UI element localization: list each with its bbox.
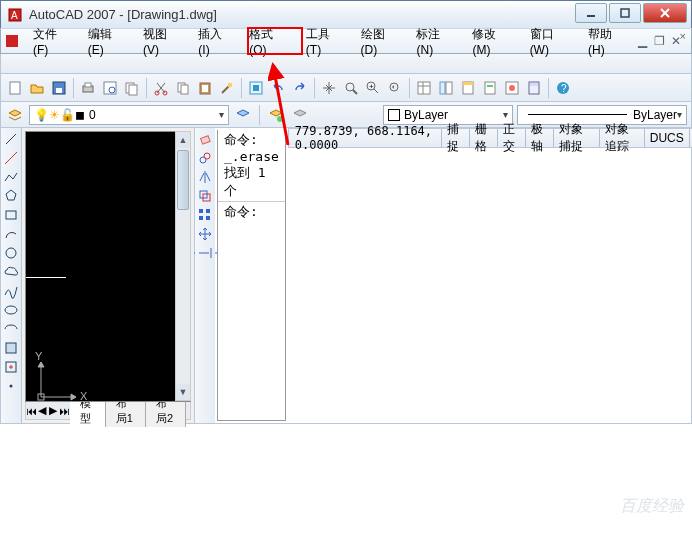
match-properties-button[interactable] [217, 78, 237, 98]
menu-tools[interactable]: 工具(T) [298, 23, 351, 60]
extend-tool[interactable] [197, 244, 213, 262]
pan-button[interactable] [319, 78, 339, 98]
menu-modify[interactable]: 修改(M) [464, 23, 519, 60]
svg-point-60 [204, 153, 210, 159]
tool-palettes-button[interactable] [458, 78, 478, 98]
tab-next-button[interactable]: ▶ [48, 404, 59, 417]
menu-dimension[interactable]: 标注(N) [408, 23, 462, 60]
vertical-scrollbar[interactable]: ▲ ▼ [175, 131, 191, 401]
window-title: AutoCAD 2007 - [Drawing1.dwg] [29, 7, 575, 22]
layer-iso-button[interactable] [290, 105, 310, 125]
layer-states-button[interactable] [266, 105, 286, 125]
open-button[interactable] [27, 78, 47, 98]
line-tool[interactable] [1, 130, 21, 148]
toolbar-close-icon[interactable]: × [680, 30, 686, 42]
status-polar-button[interactable]: 极轴 [526, 129, 554, 147]
status-ducs-button[interactable]: DUCS [645, 129, 690, 147]
svg-rect-63 [199, 209, 203, 213]
rotate-tool[interactable] [195, 244, 215, 262]
zoom-window-button[interactable]: + [363, 78, 383, 98]
construction-line-tool[interactable] [1, 149, 21, 167]
svg-rect-52 [6, 343, 16, 353]
ellipse-tool[interactable] [1, 301, 21, 319]
move-tool[interactable] [195, 225, 215, 243]
menu-format[interactable]: 格式(O) [241, 23, 296, 60]
polyline-tool[interactable] [1, 168, 21, 186]
make-block-tool[interactable] [1, 358, 21, 376]
insert-block-tool[interactable] [1, 339, 21, 357]
revision-cloud-tool[interactable] [1, 263, 21, 281]
arc-tool[interactable] [1, 225, 21, 243]
status-coordinates[interactable]: 779.8739, 668.1164, 0.0000 [289, 129, 442, 147]
layer-properties-button[interactable] [5, 105, 25, 125]
chevron-down-icon: ▾ [677, 109, 682, 120]
menu-draw[interactable]: 绘图(D) [353, 23, 407, 60]
status-osnap-button[interactable]: 对象捕捉 [554, 129, 599, 147]
save-button[interactable] [49, 78, 69, 98]
copy-button[interactable] [173, 78, 193, 98]
paste-button[interactable] [195, 78, 215, 98]
polygon-tool[interactable] [1, 187, 21, 205]
status-ortho-button[interactable]: 正交 [498, 129, 526, 147]
point-tool[interactable] [1, 377, 21, 395]
draw-toolbar [1, 128, 22, 423]
copy-tool[interactable] [195, 149, 215, 167]
menu-window[interactable]: 窗口(W) [522, 23, 578, 60]
app-icon [5, 33, 20, 49]
zoom-previous-button[interactable] [385, 78, 405, 98]
cut-button[interactable] [151, 78, 171, 98]
markup-button[interactable] [502, 78, 522, 98]
erase-tool[interactable] [195, 130, 215, 148]
scrollbar-thumb[interactable] [177, 150, 189, 210]
publish-button[interactable] [122, 78, 142, 98]
minimize-button[interactable] [575, 3, 607, 23]
layer-combo[interactable]: 💡 ☀ 🔓 ◼ 0 ▾ [29, 105, 229, 125]
status-grid-button[interactable]: 栅格 [470, 129, 498, 147]
spline-tool[interactable] [1, 282, 21, 300]
close-button[interactable] [643, 3, 687, 23]
undo-button[interactable] [268, 78, 288, 98]
maximize-button[interactable] [609, 3, 641, 23]
drawing-canvas[interactable]: X Y [25, 131, 191, 402]
doc-restore-button[interactable]: ❐ [652, 34, 666, 48]
svg-rect-43 [530, 83, 538, 86]
rectangle-tool[interactable] [1, 206, 21, 224]
command-input-line[interactable]: 命令: [218, 201, 285, 222]
tab-first-button[interactable]: ⏮ [26, 405, 37, 417]
layer-name: 0 [89, 108, 96, 122]
layer-previous-button[interactable] [233, 105, 253, 125]
zoom-realtime-button[interactable] [341, 78, 361, 98]
new-button[interactable] [5, 78, 25, 98]
status-otrack-button[interactable]: 对象追踪 [600, 129, 645, 147]
mirror-tool[interactable] [195, 168, 215, 186]
help-button[interactable]: ? [553, 78, 573, 98]
menu-help[interactable]: 帮助(H) [580, 23, 634, 60]
menu-view[interactable]: 视图(V) [135, 23, 188, 60]
svg-rect-66 [206, 216, 210, 220]
status-snap-button[interactable]: 捕捉 [442, 129, 470, 147]
ellipse-arc-tool[interactable] [1, 320, 21, 338]
calculator-button[interactable] [524, 78, 544, 98]
array-tool[interactable] [195, 206, 215, 224]
svg-point-25 [346, 83, 354, 91]
menu-file[interactable]: 文件(F) [25, 23, 78, 60]
svg-line-47 [6, 134, 16, 144]
tab-prev-button[interactable]: ◀ [37, 404, 48, 417]
offset-tool[interactable] [195, 187, 215, 205]
plot-preview-button[interactable] [100, 78, 120, 98]
print-button[interactable] [78, 78, 98, 98]
design-center-button[interactable] [436, 78, 456, 98]
properties-button[interactable] [414, 78, 434, 98]
scroll-down-button[interactable]: ▼ [176, 384, 190, 400]
tab-last-button[interactable]: ⏭ [59, 405, 70, 417]
block-editor-button[interactable] [246, 78, 266, 98]
command-window[interactable]: 命令: _.erase 找到 1 个 命令: [217, 130, 286, 421]
scroll-up-button[interactable]: ▲ [176, 132, 190, 148]
circle-tool[interactable] [1, 244, 21, 262]
menu-insert[interactable]: 插入(I) [190, 23, 239, 60]
doc-minimize-button[interactable]: ▁ [635, 34, 649, 48]
menu-edit[interactable]: 编辑(E) [80, 23, 133, 60]
redo-button[interactable] [290, 78, 310, 98]
svg-line-48 [5, 152, 17, 164]
sheet-set-button[interactable] [480, 78, 500, 98]
